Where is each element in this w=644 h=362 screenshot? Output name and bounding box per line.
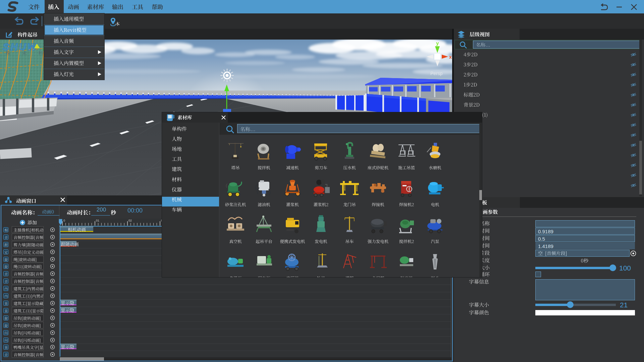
svg-text:SHUW: SHUW — [3, 42, 38, 52]
svg-text:y: y — [436, 40, 439, 46]
svg-text:x: x — [449, 54, 452, 60]
